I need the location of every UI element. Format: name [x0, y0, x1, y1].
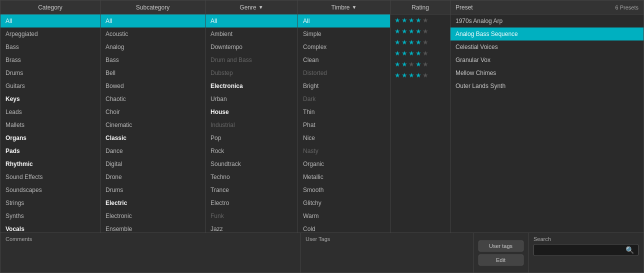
timbre-item[interactable]: Bright	[298, 80, 390, 92]
genre-item[interactable]: Electro	[206, 196, 298, 210]
category-list[interactable]: AllArpeggiatedBassBrassDrumsGuitarsKeysL…	[0, 14, 100, 232]
search-input[interactable]	[538, 246, 626, 254]
genre-dropdown-arrow[interactable]: ▼	[258, 4, 264, 10]
genre-item[interactable]: Rock	[206, 144, 298, 158]
timbre-item[interactable]: Glitchy	[298, 196, 390, 210]
subcategory-item[interactable]: Ensemble	[100, 222, 205, 232]
timbre-item[interactable]: All	[298, 14, 390, 28]
star-icon: ★	[394, 72, 400, 79]
category-item[interactable]: Sound Effects	[0, 170, 100, 184]
subcategory-item[interactable]: Bell	[100, 66, 205, 80]
timbre-item[interactable]: Smooth	[298, 184, 390, 196]
genre-item[interactable]: House	[206, 106, 298, 118]
rating-item[interactable]: ★★★★★	[390, 48, 450, 58]
preset-item[interactable]: Celestial Voices	[450, 40, 644, 54]
subcategory-item[interactable]: Analog	[100, 40, 205, 54]
category-item[interactable]: Leads	[0, 106, 100, 118]
rating-item[interactable]: ★★★★★	[390, 36, 450, 48]
timbre-item[interactable]: Organic	[298, 158, 390, 170]
rating-item[interactable]: ★★★★★	[390, 70, 450, 80]
rating-item[interactable]: ★★★★★	[390, 26, 450, 36]
timbre-item[interactable]: Dark	[298, 92, 390, 106]
preset-item[interactable]: Mellow Chimes	[450, 66, 644, 80]
subcategory-item[interactable]: Acoustic	[100, 28, 205, 40]
genre-item[interactable]: Pop	[206, 132, 298, 144]
category-column: Category AllArpeggiatedBassBrassDrumsGui…	[0, 0, 100, 232]
category-item[interactable]: Keys	[0, 92, 100, 106]
genre-item[interactable]: Industrial	[206, 118, 298, 132]
category-item[interactable]: Bass	[0, 40, 100, 54]
genre-list[interactable]: AllAmbientDowntempoDrum and BassDubstepE…	[206, 14, 298, 232]
star-icon: ★	[408, 16, 414, 24]
subcategory-item[interactable]: All	[100, 14, 205, 28]
timbre-item[interactable]: Phat	[298, 118, 390, 132]
timbre-list[interactable]: AllSimpleComplexCleanDistortedBrightDark…	[298, 14, 390, 232]
preset-item[interactable]: 1970s Analog Arp	[450, 14, 644, 28]
genre-item[interactable]: Downtempo	[206, 40, 298, 54]
subcategory-item[interactable]: Choir	[100, 106, 205, 118]
genre-item[interactable]: Jazz	[206, 222, 298, 232]
subcategory-item[interactable]: Cinematic	[100, 118, 205, 132]
category-item[interactable]: Vocals	[0, 222, 100, 232]
genre-item[interactable]: Ambient	[206, 28, 298, 40]
subcategory-item[interactable]: Digital	[100, 158, 205, 170]
subcategory-item[interactable]: Dance	[100, 144, 205, 158]
genre-header-dropdown: Genre ▼	[240, 4, 263, 11]
genre-item[interactable]: Soundtrack	[206, 158, 298, 170]
preset-item[interactable]: Outer Lands Synth	[450, 80, 644, 92]
edit-button[interactable]: Edit	[478, 254, 524, 266]
subcategory-item[interactable]: Classic	[100, 132, 205, 144]
timbre-item[interactable]: Cold	[298, 222, 390, 232]
subcategory-item[interactable]: Chaotic	[100, 92, 205, 106]
star-icon: ★	[394, 60, 400, 68]
timbre-item[interactable]: Thin	[298, 106, 390, 118]
subcategory-item[interactable]: Drums	[100, 184, 205, 196]
genre-item[interactable]: All	[206, 14, 298, 28]
category-item[interactable]: Mallets	[0, 118, 100, 132]
category-item[interactable]: Arpeggiated	[0, 28, 100, 40]
timbre-dropdown-arrow[interactable]: ▼	[352, 4, 356, 10]
genre-item[interactable]: Electronica	[206, 80, 298, 92]
subcategory-item[interactable]: Electronic	[100, 210, 205, 222]
preset-item[interactable]: Granular Vox	[450, 54, 644, 66]
timbre-item[interactable]: Nasty	[298, 144, 390, 158]
genre-item[interactable]: Trance	[206, 184, 298, 196]
search-label: Search	[534, 236, 638, 242]
subcategory-item[interactable]: Bass	[100, 54, 205, 66]
category-item[interactable]: All	[0, 14, 100, 28]
genre-item[interactable]: Funk	[206, 210, 298, 222]
category-item[interactable]: Drums	[0, 66, 100, 80]
category-item[interactable]: Organs	[0, 132, 100, 144]
star-icon: ★	[416, 72, 422, 79]
user-tags-button[interactable]: User tags	[478, 240, 524, 252]
timbre-item[interactable]: Clean	[298, 54, 390, 66]
timbre-item[interactable]: Complex	[298, 40, 390, 54]
timbre-item[interactable]: Distorted	[298, 66, 390, 80]
subcategory-list[interactable]: AllAcousticAnalogBassBellBowedChaoticCho…	[100, 14, 205, 232]
rating-item[interactable]: ★★★★★	[390, 58, 450, 70]
category-item[interactable]: Rhythmic	[0, 158, 100, 170]
genre-item[interactable]: Techno	[206, 170, 298, 184]
star-icon: ★	[416, 60, 422, 68]
category-item[interactable]: Pads	[0, 144, 100, 158]
category-item[interactable]: Synths	[0, 210, 100, 222]
genre-item[interactable]: Drum and Bass	[206, 54, 298, 66]
preset-list[interactable]: 1970s Analog ArpAnalog Bass SequenceCele…	[450, 14, 644, 232]
timbre-item[interactable]: Warm	[298, 210, 390, 222]
rating-item[interactable]: ★★★★★	[390, 14, 450, 26]
category-item[interactable]: Soundscapes	[0, 184, 100, 196]
star-icon: ★	[402, 38, 408, 46]
subcategory-item[interactable]: Bowed	[100, 80, 205, 92]
genre-item[interactable]: Dubstep	[206, 66, 298, 80]
timbre-item[interactable]: Metallic	[298, 170, 390, 184]
timbre-item[interactable]: Nice	[298, 132, 390, 144]
preset-item[interactable]: Analog Bass Sequence	[450, 28, 644, 40]
subcategory-item[interactable]: Drone	[100, 170, 205, 184]
category-item[interactable]: Guitars	[0, 80, 100, 92]
category-item[interactable]: Brass	[0, 54, 100, 66]
subcategory-item[interactable]: Electric	[100, 196, 205, 210]
star-icon: ★	[402, 72, 408, 79]
genre-item[interactable]: Urban	[206, 92, 298, 106]
category-item[interactable]: Strings	[0, 196, 100, 210]
timbre-item[interactable]: Simple	[298, 28, 390, 40]
